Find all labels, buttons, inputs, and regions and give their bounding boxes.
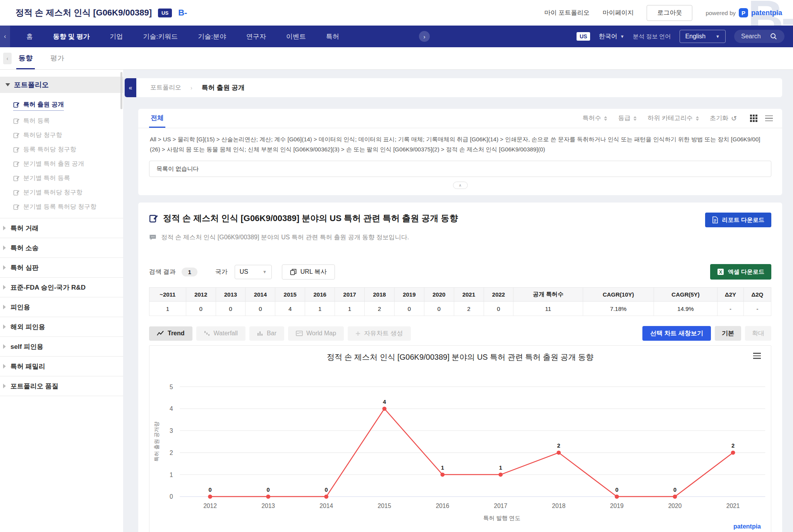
report-subtitle: 정적 손 제스처 인식 [G06K9/00389] 분야의 US 특허 관련 특…	[161, 233, 409, 242]
excel-download-button[interactable]: X 엑셀 다운로드	[710, 264, 771, 280]
triangle-collapsed-icon	[3, 285, 6, 290]
sidebar-section[interactable]: 특허 패밀리	[0, 357, 123, 376]
triangle-collapsed-icon	[3, 344, 6, 349]
sidebar-item[interactable]: 특허 출원 공개	[0, 98, 123, 114]
chart-type-bar-button[interactable]: Bar	[249, 326, 284, 341]
nav-item[interactable]: 기술:분야	[188, 32, 236, 41]
logout-button[interactable]: 로그아웃	[647, 5, 692, 21]
svg-text:2020: 2020	[668, 503, 682, 509]
sidebar-item[interactable]: 분기별 특허 등록	[0, 171, 123, 185]
sidebar-section[interactable]: 특허 심판	[0, 258, 123, 278]
sidebar-item[interactable]: 특허 등록	[0, 114, 123, 128]
list-view-icon[interactable]	[765, 115, 773, 122]
nav-item[interactable]: 기술:키워드	[133, 32, 188, 41]
sub-tabs: 동향평가	[3, 53, 67, 69]
sidebar-section[interactable]: 피인용	[0, 297, 123, 317]
svg-text:0: 0	[209, 487, 212, 493]
stats-value-cell: 0	[216, 302, 245, 316]
collapse-panel-button[interactable]: ∧	[453, 182, 468, 189]
reset-button[interactable]: 초기화 ↺	[710, 114, 737, 123]
tab-all[interactable]: 전체	[149, 109, 165, 128]
nav-item[interactable]: 홈	[16, 32, 43, 41]
chart-type-world-map-button[interactable]: World Map	[288, 326, 344, 341]
sidebar-section-portfolio[interactable]: 포트폴리오	[0, 77, 123, 93]
document-edit-icon	[13, 175, 20, 182]
sort-option[interactable]: 하위 카테고리수	[647, 114, 699, 122]
stats-header-cell: 2022	[484, 288, 513, 302]
zoom-view-button[interactable]: 확대	[745, 326, 771, 341]
sidebar-item[interactable]: 특허당 청구항	[0, 128, 123, 142]
plus-icon	[355, 331, 360, 336]
triangle-collapsed-icon	[3, 265, 6, 270]
search-input[interactable]: Search	[734, 30, 784, 43]
triangle-expanded-icon	[5, 83, 10, 86]
sidebar-section[interactable]: 포트폴리오 품질	[0, 376, 123, 396]
sidebar-item[interactable]: 분기별 등록 특허당 청구항	[0, 200, 123, 214]
nav-item[interactable]: 동향 및 평가	[43, 32, 100, 41]
sidebar-section[interactable]: 표준-FDA 승인-국가 R&D	[0, 278, 123, 297]
my-page-link[interactable]: 마이페이지	[602, 9, 633, 17]
country-select[interactable]: US ▼	[235, 265, 272, 279]
grid-view-icon[interactable]	[750, 115, 757, 122]
sidebar-section[interactable]: 특허 거래	[0, 218, 123, 238]
world-map-icon	[296, 331, 303, 336]
stats-header-cell: Δ2Y	[717, 288, 743, 302]
chevron-down-icon: ▼	[620, 34, 624, 39]
sub-tab[interactable]: 동향	[16, 53, 35, 69]
open-chart-new-window-button[interactable]: 선택 차트 새창보기	[642, 326, 711, 341]
sidebar-section[interactable]: 해외 피인용	[0, 317, 123, 337]
nav-forward-icon[interactable]: ›	[419, 31, 430, 42]
svg-text:2017: 2017	[494, 503, 507, 509]
document-edit-icon	[13, 161, 20, 167]
chart-type-trend-button[interactable]: Trend	[149, 326, 192, 341]
svg-text:5: 5	[170, 384, 173, 390]
chart-type-free-chart-button[interactable]: 자유차트 생성	[348, 326, 410, 341]
nav-back-icon[interactable]: ‹	[0, 26, 10, 47]
grade-badge: B-	[178, 8, 187, 18]
analysis-language-dropdown[interactable]: English ▼	[680, 30, 726, 43]
svg-text:0: 0	[267, 487, 270, 493]
nav-item[interactable]: 특허	[316, 32, 349, 41]
chart-toolbar: Trend Waterfall Bar World Map	[149, 326, 771, 341]
sub-tab-bar: ‹ 동향평가	[0, 47, 793, 70]
stats-value-cell: 0	[424, 302, 454, 316]
breadcrumb-separator-icon: ›	[191, 85, 192, 91]
report-download-button[interactable]: 리포트 다운로드	[705, 213, 771, 227]
breadcrumb-current: 특허 출원 공개	[202, 83, 245, 92]
svg-text:0: 0	[170, 493, 173, 500]
sidebar-item[interactable]: 분기별 특허당 청구항	[0, 185, 123, 200]
stats-value-cell: 7.18%	[583, 302, 654, 316]
sub-tab[interactable]: 평가	[48, 53, 67, 69]
sidebar-item[interactable]: 분기별 특허 출원 공개	[0, 157, 123, 171]
collapse-sidebar-button[interactable]: «	[125, 78, 136, 97]
triangle-collapsed-icon	[3, 384, 6, 388]
main-nav: ‹ 홈동향 및 평가기업기술:키워드기술:분야연구자이벤트특허 › US 한국어…	[0, 26, 793, 47]
stats-value-cell: 0	[394, 302, 424, 316]
category-path[interactable]: All > US > 물리학 [G](15) > 산술논리연산; 계산; 계수 …	[138, 128, 782, 154]
sort-option[interactable]: 등급	[618, 114, 637, 122]
my-portfolio-link[interactable]: 마이 포트폴리오	[544, 9, 589, 17]
chart-menu-icon[interactable]	[753, 353, 761, 359]
nav-item[interactable]: 연구자	[236, 32, 276, 41]
basic-view-button[interactable]: 기본	[715, 326, 741, 341]
collapse-left-icon[interactable]: ‹	[3, 53, 12, 64]
chart-type-waterfall-button[interactable]: Waterfall	[196, 326, 246, 341]
stats-value-cell: 0	[245, 302, 275, 316]
sidebar-section[interactable]: self 피인용	[0, 337, 123, 357]
nav-item[interactable]: 이벤트	[276, 32, 316, 41]
sort-option[interactable]: 특허수	[582, 114, 607, 122]
excel-icon: X	[717, 268, 724, 275]
nav-item[interactable]: 기업	[100, 32, 133, 41]
triangle-collapsed-icon	[3, 305, 6, 309]
nav-country-badge[interactable]: US	[577, 32, 590, 41]
reset-icon: ↺	[731, 114, 737, 123]
breadcrumb-parent[interactable]: 포트폴리오	[150, 84, 181, 92]
svg-text:0: 0	[325, 487, 328, 493]
sidebar-item[interactable]: 등록 특허당 청구항	[0, 142, 123, 157]
country-badge: US	[158, 9, 172, 17]
copy-url-button[interactable]: URL 복사	[282, 264, 335, 280]
svg-text:2021: 2021	[726, 503, 740, 509]
sidebar-scrollbar[interactable]	[120, 72, 122, 109]
sidebar-section[interactable]: 특허 소송	[0, 238, 123, 258]
ui-language-dropdown[interactable]: 한국어 ▼	[599, 33, 624, 41]
